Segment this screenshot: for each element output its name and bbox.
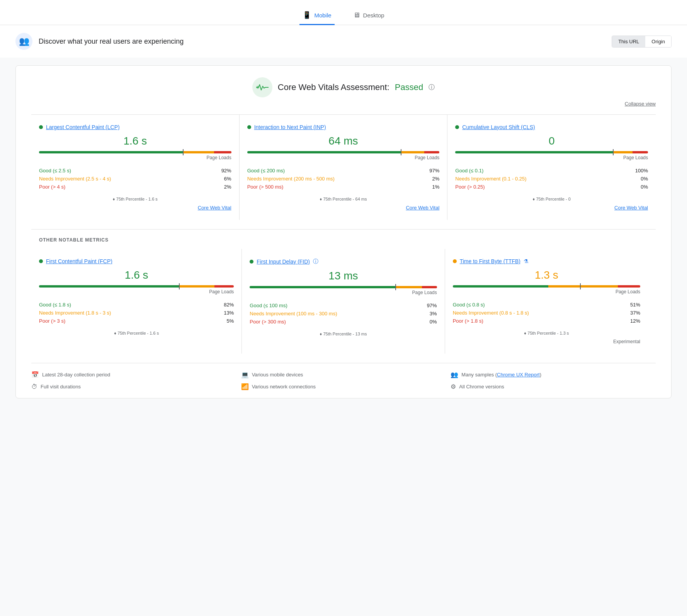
assessment-card: Core Web Vitals Assessment: Passed ⓘ Col…: [15, 65, 672, 398]
fcp-label-row: First Contentful Paint (FCP): [39, 258, 234, 264]
fcp-percentile: ♦ 75th Percentile - 1.6 s: [39, 330, 234, 336]
core-metrics-grid: Largest Contentful Paint (LCP) 1.6 s Pag…: [31, 114, 656, 220]
fcp-dist-needs: Needs Improvement (1.8 s - 3 s) 13%: [39, 309, 234, 317]
collapse-row: Collapse view: [31, 100, 656, 107]
metric-cls: Cumulative Layout Shift (CLS) 0 Page Loa…: [447, 115, 656, 220]
ttfb-dot: [453, 259, 457, 263]
timer-icon: ⏱: [31, 383, 37, 390]
people-icon: 👥: [451, 371, 458, 378]
metric-fid: First Input Delay (FID) ⓘ 13 ms: [242, 249, 445, 354]
header-left: 👥 Discover what your real users are expe…: [15, 33, 184, 50]
fid-page-loads: Page Loads: [250, 290, 437, 295]
ttfb-value: 1.3 s: [453, 269, 640, 281]
footer-collection-label: Latest 28-day collection period: [42, 372, 110, 378]
this-url-button[interactable]: This URL: [612, 36, 645, 47]
fid-label-row: First Input Delay (FID) ⓘ: [250, 258, 437, 265]
inp-name[interactable]: Interaction to Next Paint (INP): [254, 124, 326, 130]
inp-dist-good: Good (≤ 200 ms) 97%: [247, 167, 440, 175]
cls-name[interactable]: Cumulative Layout Shift (CLS): [462, 124, 535, 130]
fid-bar: [250, 286, 437, 288]
metric-ttfb: Time to First Byte (TTFB) ⚗ 1.3 s: [445, 249, 648, 354]
ttfb-percentile: ♦ 75th Percentile - 1.3 s: [453, 330, 640, 336]
inp-value: 64 ms: [247, 135, 440, 147]
lcp-dist-good: Good (≤ 2.5 s) 92%: [39, 167, 231, 175]
metric-lcp: Largest Contentful Paint (LCP) 1.6 s Pag…: [31, 115, 240, 220]
origin-button[interactable]: Origin: [645, 36, 671, 47]
footer-devices-label: Various mobile devices: [252, 372, 303, 378]
lcp-percentile: ♦ 75th Percentile - 1.6 s: [39, 196, 231, 202]
fcp-name[interactable]: First Contentful Paint (FCP): [46, 258, 112, 264]
inp-bar: [247, 151, 440, 153]
fid-value: 13 ms: [250, 270, 437, 282]
inp-percentile: ♦ 75th Percentile - 64 ms: [247, 196, 440, 202]
other-metrics-grid: First Contentful Paint (FCP) 1.6 s Page: [39, 249, 648, 354]
chrome-icon: ⚙: [451, 383, 456, 390]
ttfb-dist-poor: Poor (> 1.8 s) 12%: [453, 317, 640, 325]
fid-name[interactable]: First Input Delay (FID): [257, 259, 310, 265]
inp-core-vital-link[interactable]: Core Web Vital: [247, 205, 440, 211]
inp-dot: [247, 125, 251, 129]
footer-visit-label: Full visit durations: [41, 384, 81, 390]
assessment-title-prefix: Core Web Vitals Assessment:: [278, 82, 389, 92]
lcp-core-vital-link[interactable]: Core Web Vital: [39, 205, 231, 211]
lcp-name[interactable]: Largest Contentful Paint (LCP): [46, 124, 120, 130]
cls-label-row: Cumulative Layout Shift (CLS): [455, 124, 648, 130]
chrome-ux-link[interactable]: Chrome UX Report: [497, 372, 540, 378]
footer-network-label: Various network connections: [252, 384, 316, 390]
assessment-status: Passed: [395, 82, 423, 92]
footer-item-collection: 📅 Latest 28-day collection period: [31, 371, 236, 378]
fid-info-icon[interactable]: ⓘ: [313, 258, 318, 265]
ttfb-label-row: Time to First Byte (TTFB) ⚗: [453, 258, 640, 264]
footer-item-visit: ⏱ Full visit durations: [31, 383, 236, 390]
cls-bar: [455, 151, 648, 153]
ttfb-page-loads: Page Loads: [453, 289, 640, 294]
cls-page-loads: Page Loads: [455, 155, 648, 160]
cls-core-vital-link[interactable]: Core Web Vital: [455, 205, 648, 211]
inp-page-loads: Page Loads: [247, 155, 440, 160]
cls-percentile: ♦ 75th Percentile - 0: [455, 196, 648, 202]
flask-icon: ⚗: [524, 258, 529, 264]
footer-info: 📅 Latest 28-day collection period 💻 Vari…: [31, 363, 656, 390]
footer-item-samples: 👥 Many samples (Chrome UX Report): [451, 371, 656, 378]
avatar-icon: 👥: [15, 33, 32, 50]
pulse-icon: [252, 77, 272, 97]
mobile-icon: 📱: [303, 11, 311, 19]
collapse-link[interactable]: Collapse view: [625, 101, 656, 107]
tab-desktop-label: Desktop: [363, 12, 384, 19]
cls-dist-poor: Poor (> 0.25) 0%: [455, 183, 648, 191]
calendar-icon: 📅: [31, 371, 39, 378]
tab-bar: 📱 Mobile 🖥 Desktop: [0, 0, 687, 25]
inp-label-row: Interaction to Next Paint (INP): [247, 124, 440, 130]
other-metrics-title: OTHER NOTABLE METRICS: [39, 237, 648, 243]
fid-dot: [250, 260, 253, 264]
tab-mobile[interactable]: 📱 Mobile: [299, 6, 334, 25]
ttfb-name[interactable]: Time to First Byte (TTFB): [460, 258, 520, 264]
footer-item-chrome: ⚙ All Chrome versions: [451, 383, 656, 390]
ttfb-dist-needs: Needs Improvement (0.8 s - 1.8 s) 37%: [453, 309, 640, 317]
devices-icon: 💻: [241, 371, 249, 378]
header-title: Discover what your real users are experi…: [39, 37, 184, 46]
help-icon[interactable]: ⓘ: [429, 83, 435, 92]
cls-value: 0: [455, 135, 648, 147]
cls-dot: [455, 125, 459, 129]
lcp-dot: [39, 125, 43, 129]
footer-item-devices: 💻 Various mobile devices: [241, 371, 446, 378]
network-icon: 📶: [241, 383, 249, 390]
tab-desktop[interactable]: 🖥 Desktop: [350, 7, 388, 25]
ttfb-dist-good: Good (≤ 0.8 s) 51%: [453, 301, 640, 309]
inp-dist-poor: Poor (> 500 ms) 1%: [247, 183, 440, 191]
lcp-dist-needs: Needs Improvement (2.5 s - 4 s) 6%: [39, 175, 231, 183]
lcp-page-loads: Page Loads: [39, 155, 231, 160]
tab-mobile-label: Mobile: [314, 12, 331, 19]
metric-fcp: First Contentful Paint (FCP) 1.6 s Page: [39, 249, 242, 354]
footer-samples-text: Many samples (Chrome UX Report): [461, 372, 541, 378]
cls-dist-good: Good (≤ 0.1) 100%: [455, 167, 648, 175]
fid-percentile: ♦ 75th Percentile - 13 ms: [250, 331, 437, 337]
fid-dist-good: Good (≤ 100 ms) 97%: [250, 301, 437, 310]
assessment-header: Core Web Vitals Assessment: Passed ⓘ: [31, 77, 656, 97]
fid-dist-needs: Needs Improvement (100 ms - 300 ms) 3%: [250, 310, 437, 318]
ttfb-bar: [453, 285, 640, 288]
fcp-dist-good: Good (≤ 1.8 s) 82%: [39, 301, 234, 309]
lcp-value: 1.6 s: [39, 135, 231, 147]
fid-dist-poor: Poor (> 300 ms) 0%: [250, 318, 437, 326]
